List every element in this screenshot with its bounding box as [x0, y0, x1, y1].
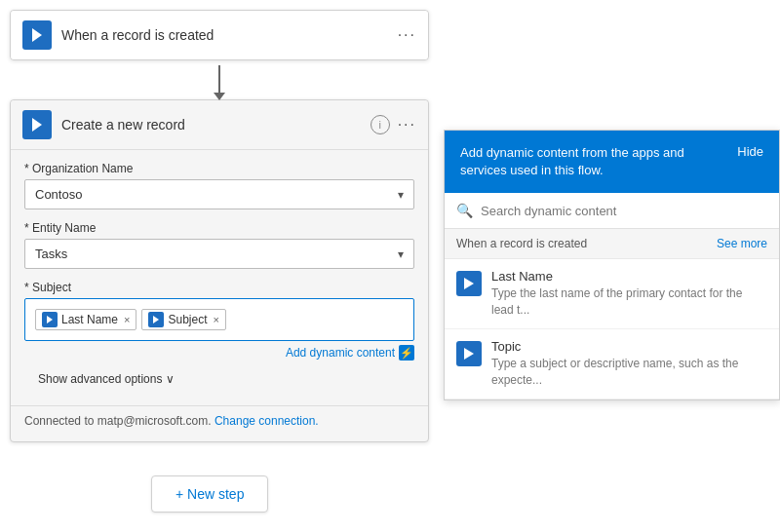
trigger-title: When a record is created	[61, 27, 398, 43]
action-card: Create a new record i ··· * Organization…	[10, 99, 429, 442]
connector-arrow	[10, 60, 429, 99]
action-icon	[22, 110, 52, 139]
action-card-header: Create a new record i ···	[11, 100, 428, 150]
last-name-token[interactable]: Last Name ×	[35, 309, 136, 330]
action-title: Create a new record	[61, 117, 370, 133]
info-icon[interactable]: i	[370, 115, 390, 134]
org-field-label: * Organization Name	[24, 162, 414, 175]
entity-chevron-icon: ▾	[398, 247, 404, 261]
last-name-item-content: Last Name Type the last name of the prim…	[491, 269, 767, 319]
org-value: Contoso	[35, 187, 82, 202]
subject-token-close[interactable]: ×	[214, 314, 219, 325]
org-select[interactable]: Contoso ▾	[24, 179, 414, 209]
dynamic-panel-header: Add dynamic content from the apps and se…	[445, 131, 779, 193]
show-advanced-options[interactable]: Show advanced options ∨	[24, 372, 414, 386]
last-name-item-icon	[456, 271, 482, 296]
entity-value: Tasks	[35, 247, 67, 261]
add-dynamic-content[interactable]: Add dynamic content ⚡	[24, 345, 414, 361]
connection-info: Connected to matp@microsoft.com. Change …	[11, 405, 428, 428]
topic-item-content: Topic Type a subject or descriptive name…	[491, 339, 767, 389]
topic-item-icon	[456, 341, 482, 366]
org-chevron-icon: ▾	[398, 188, 404, 202]
card-body: * Organization Name Contoso ▾ * Entity N…	[11, 150, 428, 361]
entity-field-label: * Entity Name	[24, 221, 414, 235]
trigger-card: When a record is created ···	[10, 10, 429, 60]
trigger-icon	[22, 20, 52, 50]
dynamic-item-topic[interactable]: Topic Type a subject or descriptive name…	[445, 329, 779, 399]
svg-marker-3	[153, 316, 159, 323]
last-name-token-label: Last Name	[61, 313, 118, 326]
change-connection-link[interactable]: Change connection.	[214, 414, 319, 428]
svg-marker-2	[47, 316, 53, 323]
last-name-item-name: Last Name	[491, 269, 767, 284]
show-advanced-container: Show advanced options ∨	[11, 372, 428, 405]
svg-marker-1	[32, 118, 42, 132]
dynamic-content-panel: Add dynamic content from the apps and se…	[444, 130, 780, 400]
trigger-card-header: When a record is created ···	[11, 11, 428, 59]
dynamic-section-header: When a record is created See more	[445, 229, 779, 259]
subject-input[interactable]: Last Name × Subject ×	[24, 298, 414, 341]
flow-container: When a record is created ··· Create a ne…	[10, 10, 429, 442]
add-dynamic-icon: ⚡	[399, 345, 414, 361]
dynamic-section-name: When a record is created	[456, 237, 587, 250]
topic-item-desc: Type a subject or descriptive name, such…	[491, 356, 767, 389]
topic-item-name: Topic	[491, 339, 767, 354]
new-step-button[interactable]: + New step	[151, 475, 268, 513]
subject-field-label: * Subject	[24, 281, 414, 294]
last-name-token-icon	[42, 312, 58, 327]
svg-marker-5	[464, 348, 474, 360]
dynamic-item-last-name[interactable]: Last Name Type the last name of the prim…	[445, 259, 779, 329]
last-name-token-close[interactable]: ×	[124, 314, 130, 325]
action-menu[interactable]: ···	[398, 116, 416, 133]
arrow-line	[218, 65, 220, 95]
subject-token[interactable]: Subject ×	[141, 309, 225, 330]
dynamic-search-input[interactable]	[481, 204, 767, 218]
search-icon: 🔍	[456, 203, 473, 218]
canvas: When a record is created ··· Create a ne…	[0, 0, 780, 532]
see-more-button[interactable]: See more	[717, 237, 767, 250]
last-name-item-desc: Type the last name of the primary contac…	[491, 285, 767, 319]
svg-marker-0	[32, 28, 42, 42]
subject-token-label: Subject	[168, 313, 207, 326]
trigger-menu[interactable]: ···	[398, 26, 416, 44]
show-advanced-chevron-icon: ∨	[166, 372, 175, 386]
subject-token-icon	[148, 312, 164, 327]
dynamic-search-bar: 🔍	[445, 193, 779, 229]
new-step-container: + New step	[151, 475, 268, 513]
entity-select[interactable]: Tasks ▾	[24, 239, 414, 269]
dynamic-panel-title: Add dynamic content from the apps and se…	[460, 144, 737, 179]
add-dynamic-label: Add dynamic content	[286, 346, 395, 360]
hide-panel-button[interactable]: Hide	[737, 144, 763, 159]
svg-marker-4	[464, 278, 474, 289]
